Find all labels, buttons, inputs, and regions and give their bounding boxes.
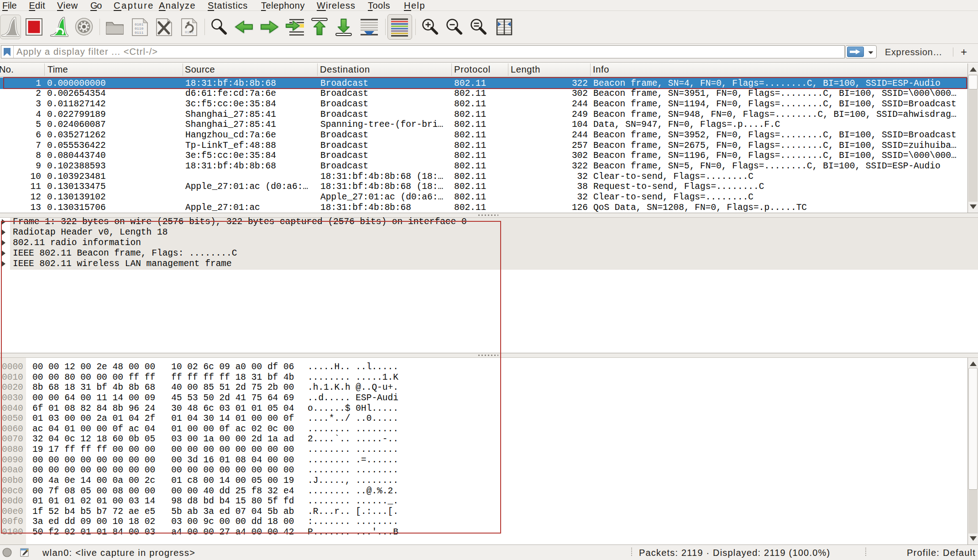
svg-text:0110: 0110 [135, 26, 143, 31]
svg-text:0101: 0101 [135, 22, 143, 26]
svg-text:0111: 0111 [135, 31, 143, 35]
